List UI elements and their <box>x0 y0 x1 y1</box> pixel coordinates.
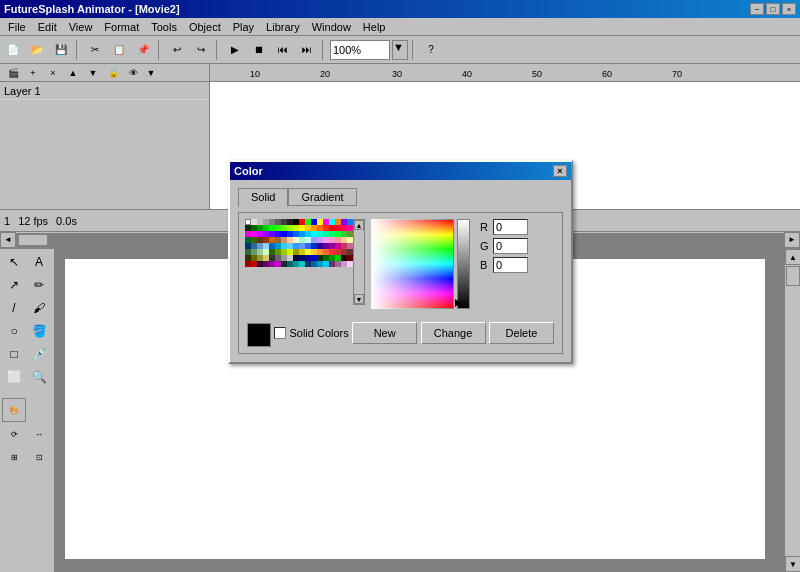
forward-btn[interactable]: ⏭ <box>296 39 318 61</box>
menu-format[interactable]: Format <box>98 20 145 34</box>
ruler-20: 20 <box>320 69 330 79</box>
cut-btn[interactable]: ✂ <box>84 39 106 61</box>
delete-color-btn[interactable]: Delete <box>489 322 554 344</box>
ruler-40: 40 <box>462 69 472 79</box>
layer-row-1[interactable]: Layer 1 <box>0 82 209 100</box>
new-btn[interactable]: 📄 <box>2 39 24 61</box>
layer-move-dn-btn[interactable]: ▼ <box>84 65 102 81</box>
color-row: ▲ ▼ <box>245 219 556 311</box>
hue-sat-picker[interactable] <box>371 219 454 309</box>
oval-tool[interactable]: ○ <box>2 320 26 342</box>
separator-4 <box>322 40 326 60</box>
color-dialog-close[interactable]: × <box>553 165 567 177</box>
tab-solid[interactable]: Solid <box>238 188 288 207</box>
g-input[interactable] <box>493 238 528 254</box>
color-palette <box>245 219 361 304</box>
ruler-60: 60 <box>602 69 612 79</box>
palette-scroll-up[interactable]: ▲ <box>354 220 364 230</box>
palette-scroll-dn[interactable]: ▼ <box>354 294 364 304</box>
text-tool[interactable]: A <box>27 251 51 273</box>
snap-tool[interactable]: ⊞ <box>2 446 26 468</box>
scroll-right-btn[interactable]: ► <box>784 232 800 248</box>
solid-colors-checkbox[interactable] <box>274 327 286 339</box>
tool-row-6: ⬜ 🔍 <box>2 366 52 388</box>
fps-display: 12 fps <box>18 215 48 227</box>
menu-play[interactable]: Play <box>227 20 260 34</box>
ruler-10: 10 <box>250 69 260 79</box>
close-button[interactable]: × <box>782 3 796 15</box>
paste-btn[interactable]: 📌 <box>132 39 154 61</box>
play-btn[interactable]: ▶ <box>224 39 246 61</box>
layer-icon-btn[interactable]: 🎬 <box>4 65 22 81</box>
undo-btn[interactable]: ↩ <box>166 39 188 61</box>
copy-btn[interactable]: 📋 <box>108 39 130 61</box>
brightness-slider[interactable] <box>457 219 470 309</box>
b-input[interactable] <box>493 257 528 273</box>
g-label: G <box>480 240 490 252</box>
palette-row-7 <box>245 261 361 267</box>
magnify-tool[interactable]: 🔍 <box>27 366 51 388</box>
magnet-tool[interactable]: ⊡ <box>27 446 51 468</box>
menu-file[interactable]: File <box>2 20 32 34</box>
scroll-thumb[interactable] <box>18 234 48 246</box>
eraser-tool[interactable]: ⬜ <box>2 366 26 388</box>
scroll-down-btn[interactable]: ▼ <box>785 556 800 572</box>
layer-lock-btn[interactable]: 🔒 <box>104 65 122 81</box>
layer-move-up-btn[interactable]: ▲ <box>64 65 82 81</box>
rewind-btn[interactable]: ⏮ <box>272 39 294 61</box>
transform-tool[interactable]: ⟳ <box>2 423 26 445</box>
flip-tool[interactable]: ↔ <box>27 423 51 445</box>
tool-row-color: 🎨 <box>2 398 52 422</box>
tab-gradient[interactable]: Gradient <box>288 188 356 206</box>
paint-bucket[interactable]: 🪣 <box>27 320 51 342</box>
subselect-tool[interactable]: ↗ <box>2 274 26 296</box>
v-scroll-thumb[interactable] <box>786 266 800 286</box>
line-tool[interactable]: / <box>2 297 26 319</box>
maximize-button[interactable]: □ <box>766 3 780 15</box>
redo-btn[interactable]: ↪ <box>190 39 212 61</box>
menu-view[interactable]: View <box>63 20 99 34</box>
save-btn[interactable]: 💾 <box>50 39 72 61</box>
arrow-tool[interactable]: ↖ <box>2 251 26 273</box>
menu-help[interactable]: Help <box>357 20 392 34</box>
help-btn[interactable]: ? <box>420 39 442 61</box>
layer-eye-btn[interactable]: 👁 <box>124 65 142 81</box>
tool-row-4: ○ 🪣 <box>2 320 52 342</box>
dropper-tool[interactable]: 💉 <box>27 343 51 365</box>
color-icon[interactable]: 🎨 <box>2 398 26 422</box>
color-palette-container[interactable]: ▲ ▼ <box>245 219 365 311</box>
window-controls: − □ × <box>750 3 796 15</box>
menu-bar: File Edit View Format Tools Object Play … <box>0 18 800 36</box>
new-color-btn[interactable]: New <box>352 322 417 344</box>
menu-library[interactable]: Library <box>260 20 306 34</box>
stop-btn[interactable]: ⏹ <box>248 39 270 61</box>
menu-tools[interactable]: Tools <box>145 20 183 34</box>
change-color-btn[interactable]: Change <box>421 322 486 344</box>
minimize-button[interactable]: − <box>750 3 764 15</box>
tool-row-1: ↖ A <box>2 251 52 273</box>
v-scroll-track[interactable] <box>785 265 800 556</box>
palette-scrollbar[interactable]: ▲ ▼ <box>353 219 365 305</box>
rect-tool[interactable]: □ <box>2 343 26 365</box>
menu-edit[interactable]: Edit <box>32 20 63 34</box>
menu-window[interactable]: Window <box>306 20 357 34</box>
dialog-buttons-row: Solid Colors New Change Delete <box>245 319 556 347</box>
scroll-left-btn[interactable]: ◄ <box>0 232 16 248</box>
separator-1 <box>76 40 80 60</box>
scroll-up-btn[interactable]: ▲ <box>785 249 800 265</box>
layer-arrow-btn[interactable]: ▼ <box>144 66 158 80</box>
color-tabs: Solid Gradient <box>238 188 563 206</box>
time-display: 0.0s <box>56 215 77 227</box>
layer-del-btn[interactable]: × <box>44 65 62 81</box>
layer-add-btn[interactable]: + <box>24 65 42 81</box>
open-btn[interactable]: 📂 <box>26 39 48 61</box>
brush-tool[interactable]: 🖌 <box>27 297 51 319</box>
color-dialog-title-bar: Color × <box>230 162 571 180</box>
r-input[interactable] <box>493 219 528 235</box>
zoom-dropdown-btn[interactable]: ▼ <box>392 40 408 60</box>
left-toolbar: ↖ A ↗ ✏ / 🖌 ○ 🪣 □ 💉 ⬜ 🔍 <box>0 249 55 572</box>
menu-object[interactable]: Object <box>183 20 227 34</box>
r-row: R <box>480 219 528 235</box>
pencil-tool[interactable]: ✏ <box>27 274 51 296</box>
zoom-input[interactable] <box>330 40 390 60</box>
